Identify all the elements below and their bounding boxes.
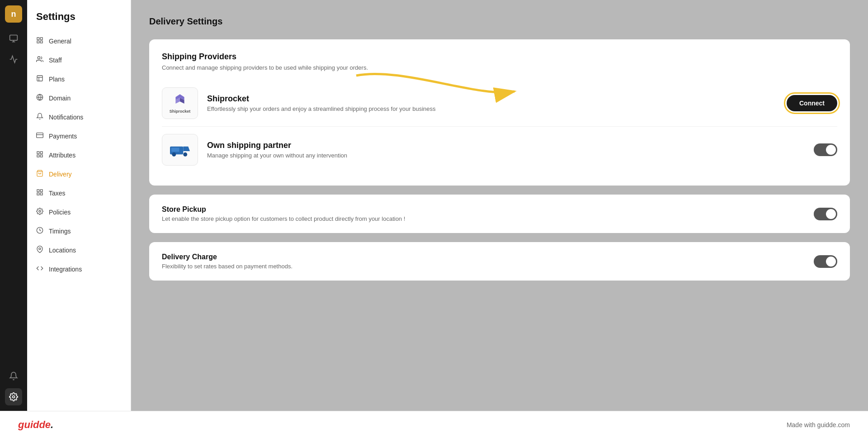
svg-rect-7 [40, 41, 42, 43]
shiprocket-info: Shiprocket Effortlessly ship your orders… [207, 94, 787, 112]
svg-rect-21 [37, 190, 39, 192]
svg-rect-5 [40, 38, 42, 40]
sidebar-item-plans[interactable]: Plans [27, 70, 131, 89]
sidebar-item-payments[interactable]: Payments [27, 127, 131, 146]
own-shipping-name: Own shipping partner [207, 141, 814, 150]
arrow-annotation [320, 62, 546, 125]
svg-point-27 [39, 248, 41, 250]
payments-icon [36, 132, 43, 141]
sidebar-item-label-plans: Plans [49, 76, 65, 83]
svg-rect-22 [40, 190, 42, 192]
own-shipping-info: Own shipping partner Manage shipping at … [207, 141, 814, 159]
connect-button[interactable]: Connect [787, 95, 837, 111]
own-shipping-toggle[interactable] [814, 143, 837, 156]
svg-point-35 [183, 152, 187, 157]
shipping-providers-title: Shipping Providers [162, 52, 837, 62]
sidebar-item-label-general: General [49, 38, 71, 45]
domain-icon [36, 94, 43, 103]
page-title: Delivery Settings [149, 16, 850, 27]
svg-point-3 [13, 396, 15, 398]
timings-icon [36, 227, 43, 236]
sidebar-item-label-policies: Policies [49, 209, 71, 216]
sidebar-item-label-domain: Domain [49, 95, 71, 102]
delivery-icon [36, 170, 43, 179]
svg-marker-33 [183, 147, 190, 151]
sidebar-title: Settings [27, 11, 131, 32]
locations-icon [36, 246, 43, 255]
shiprocket-desc: Effortlessly ship your orders and enjoy … [207, 105, 787, 112]
svg-rect-36 [171, 148, 179, 152]
nav-icon-store[interactable] [5, 30, 22, 47]
sidebar-item-notifications[interactable]: Notifications [27, 108, 131, 127]
svg-rect-16 [37, 152, 39, 154]
sidebar-item-delivery[interactable]: Delivery [27, 165, 131, 184]
nav-icon-settings[interactable] [5, 388, 22, 405]
sidebar-item-general[interactable]: General [27, 32, 131, 51]
svg-rect-19 [40, 155, 42, 157]
sidebar-item-locations[interactable]: Locations [27, 241, 131, 260]
taxes-icon [36, 189, 43, 198]
sidebar-item-policies[interactable]: Policies [27, 203, 131, 222]
sidebar-item-integrations[interactable]: Integrations [27, 260, 131, 279]
delivery-charge-desc: Flexibility to set rates based on paymen… [162, 263, 292, 270]
shiprocket-name: Shiprocket [207, 94, 787, 104]
own-shipping-logo [162, 134, 198, 166]
shiprocket-row: Shiprocket Shiprocket Effortlessly ship … [162, 80, 837, 127]
store-pickup-desc: Let enable the store pickup option for c… [162, 215, 405, 222]
svg-rect-23 [37, 193, 39, 195]
svg-point-8 [38, 57, 40, 59]
footer-tagline: Made with guidde.com [787, 421, 850, 428]
own-shipping-row: Own shipping partner Manage shipping at … [162, 127, 837, 173]
sidebar-item-domain[interactable]: Domain [27, 89, 131, 108]
sidebar-item-timings[interactable]: Timings [27, 222, 131, 241]
svg-rect-0 [10, 35, 18, 41]
sidebar-item-label-attributes: Attributes [49, 152, 75, 159]
delivery-charge-title: Delivery Charge [162, 253, 292, 261]
sidebar-item-taxes[interactable]: Taxes [27, 184, 131, 203]
own-shipping-desc: Manage shipping at your own without any … [207, 152, 814, 159]
nav-icon-chart[interactable] [5, 51, 22, 68]
sidebar-item-label-delivery: Delivery [49, 171, 72, 178]
main-content: Delivery Settings Shipping Providers Con… [131, 0, 868, 411]
plans-icon [36, 75, 43, 84]
shiprocket-logo: Shiprocket [162, 87, 198, 119]
store-pickup-toggle[interactable] [814, 208, 837, 220]
svg-rect-18 [37, 155, 39, 157]
svg-rect-24 [40, 193, 42, 195]
shipping-providers-subtitle: Connect and manage shipping providers to… [162, 64, 837, 71]
icon-bar: n [0, 0, 27, 411]
integrations-icon [36, 265, 43, 274]
svg-rect-14 [37, 133, 43, 138]
policies-icon [36, 208, 43, 217]
shipping-providers-header: Shipping Providers Connect and manage sh… [162, 52, 837, 71]
nav-icon-bell[interactable] [5, 367, 22, 385]
sidebar: Settings General Staff Plans Domain [27, 0, 131, 411]
notifications-icon [36, 113, 43, 122]
sidebar-item-staff[interactable]: Staff [27, 51, 131, 70]
sidebar-item-attributes[interactable]: Attributes [27, 146, 131, 165]
attributes-icon [36, 151, 43, 160]
sidebar-item-label-staff: Staff [49, 57, 62, 64]
sidebar-item-label-taxes: Taxes [49, 190, 66, 197]
delivery-charge-toggle[interactable] [814, 255, 837, 268]
svg-rect-6 [37, 41, 39, 43]
store-pickup-card: Store Pickup Let enable the store pickup… [149, 195, 850, 233]
general-icon [36, 37, 43, 46]
store-pickup-info: Store Pickup Let enable the store pickup… [162, 205, 405, 222]
staff-icon [36, 56, 43, 65]
store-pickup-title: Store Pickup [162, 205, 405, 214]
svg-point-25 [39, 210, 41, 212]
svg-rect-17 [40, 152, 42, 154]
svg-rect-9 [37, 76, 42, 81]
sidebar-item-label-notifications: Notifications [49, 114, 83, 121]
sidebar-item-label-locations: Locations [49, 247, 76, 254]
delivery-charge-info: Delivery Charge Flexibility to set rates… [162, 253, 292, 270]
sidebar-item-label-integrations: Integrations [49, 266, 82, 273]
shipping-providers-card: Shipping Providers Connect and manage sh… [149, 39, 850, 186]
svg-rect-4 [37, 38, 39, 40]
svg-point-34 [172, 152, 176, 157]
sidebar-item-label-timings: Timings [49, 228, 71, 235]
footer-logo: guidde. [18, 419, 53, 431]
app-logo[interactable]: n [5, 5, 22, 23]
delivery-charge-card: Delivery Charge Flexibility to set rates… [149, 242, 850, 281]
